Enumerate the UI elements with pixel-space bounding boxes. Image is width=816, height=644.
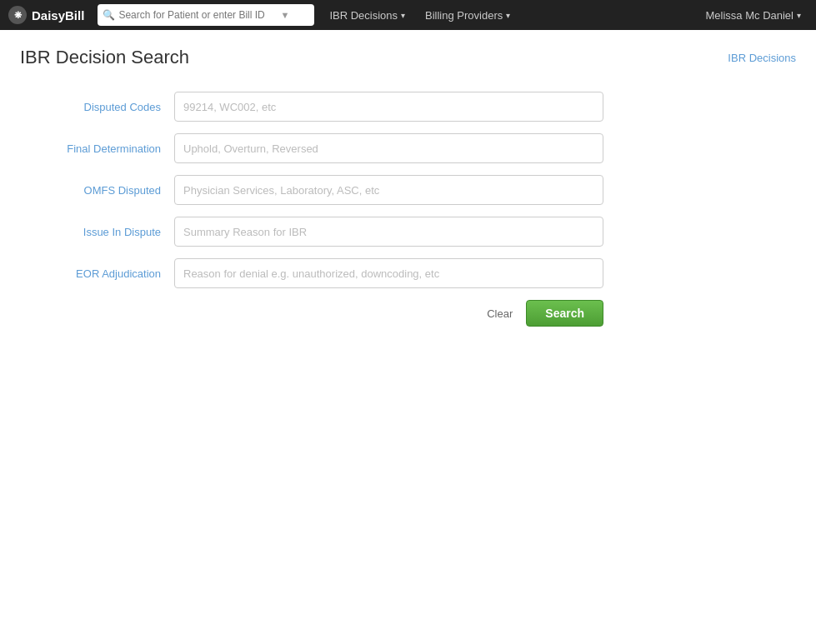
ibr-decisions-menu-button[interactable]: IBR Decisions ▾ [321,6,413,25]
final-determination-row: Final Determination [20,133,603,163]
page-header: IBR Decision Search IBR Decisions [20,47,796,68]
omfs-disputed-input[interactable] [174,175,603,205]
search-form: Disputed Codes Final Determination OMFS … [20,92,603,327]
eor-adjudication-label: EOR Adjudication [20,267,174,280]
global-search-input[interactable] [118,9,277,21]
user-menu-button[interactable]: Melissa Mc Daniel ▾ [699,6,808,25]
search-dropdown-button[interactable]: ▼ [280,10,289,20]
search-button[interactable]: Search [526,300,603,327]
ibr-decisions-caret: ▾ [401,11,405,20]
eor-adjudication-input[interactable] [174,258,603,288]
user-name: Melissa Mc Daniel [706,9,793,22]
brand-logo[interactable]: ❋ DaisyBill [8,6,84,24]
omfs-disputed-label: OMFS Disputed [20,184,174,197]
eor-adjudication-row: EOR Adjudication [20,258,603,288]
disputed-codes-input[interactable] [174,92,603,122]
omfs-disputed-row: OMFS Disputed [20,175,603,205]
issue-in-dispute-input[interactable] [174,217,603,247]
brand-name: DaisyBill [32,8,84,22]
navbar: ❋ DaisyBill 🔍 ▼ IBR Decisions ▾ Billing … [0,0,816,30]
form-actions: Clear Search [20,300,603,327]
user-caret: ▾ [797,11,801,20]
clear-button[interactable]: Clear [482,304,518,323]
brand-icon: ❋ [8,6,27,24]
ibr-decisions-label: IBR Decisions [329,9,398,22]
nav-menu: IBR Decisions ▾ Billing Providers ▾ [321,6,692,25]
billing-providers-caret: ▾ [506,11,510,20]
page-title: IBR Decision Search [20,47,189,68]
breadcrumb-ibr-decisions[interactable]: IBR Decisions [728,52,796,64]
final-determination-label: Final Determination [20,142,174,155]
final-determination-input[interactable] [174,133,603,163]
issue-in-dispute-label: Issue In Dispute [20,226,174,238]
billing-providers-menu-button[interactable]: Billing Providers ▾ [417,6,518,25]
page-container: IBR Decision Search IBR Decisions Disput… [0,30,816,644]
disputed-codes-row: Disputed Codes [20,92,603,122]
issue-in-dispute-row: Issue In Dispute [20,217,603,247]
billing-providers-label: Billing Providers [425,9,503,22]
search-wrapper: 🔍 ▼ [98,4,314,26]
disputed-codes-label: Disputed Codes [20,101,174,113]
search-icon: 🔍 [103,9,115,21]
